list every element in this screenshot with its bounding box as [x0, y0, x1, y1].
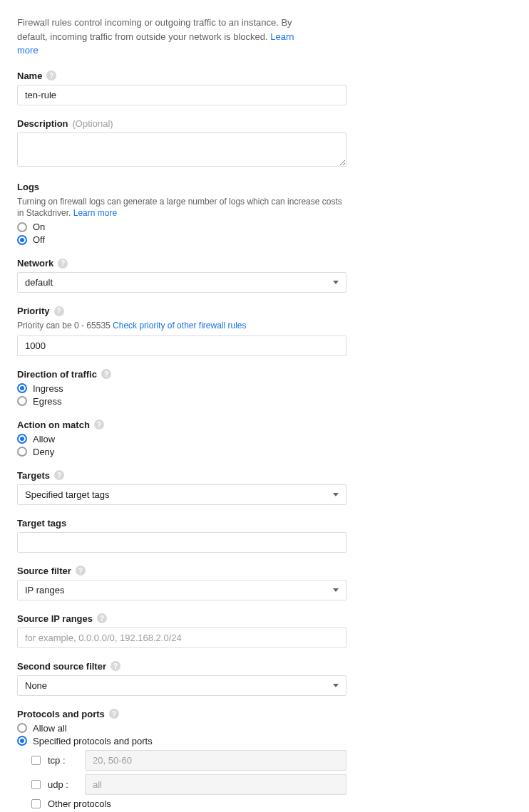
action-deny-radio[interactable] [17, 447, 27, 457]
help-icon[interactable]: ? [101, 369, 111, 379]
caret-down-icon [333, 281, 339, 284]
caret-down-icon [333, 684, 339, 687]
help-icon[interactable]: ? [94, 420, 104, 430]
udp-label: udp : [48, 779, 78, 790]
targets-value: Specified target tags [25, 489, 110, 500]
logs-help: Turning on firewall logs can generate a … [17, 196, 346, 220]
action-allow-label: Allow [33, 434, 55, 444]
second-source-value: None [25, 680, 47, 691]
targets-label: Targets [17, 470, 50, 481]
direction-ingress-radio[interactable] [17, 383, 27, 393]
help-icon[interactable]: ? [54, 470, 64, 480]
logs-on-label: On [33, 222, 45, 232]
protocols-spec-label: Specified protocols and ports [33, 736, 153, 746]
target-tags-input[interactable] [17, 532, 346, 553]
priority-help-prefix: Priority can be 0 - 65535 [17, 321, 111, 330]
name-label: Name [17, 71, 42, 81]
direction-egress-radio[interactable] [17, 396, 27, 406]
protocols-allowall-label: Allow all [33, 723, 67, 734]
action-allow-radio[interactable] [17, 434, 27, 444]
targets-select[interactable]: Specified target tags [17, 484, 346, 505]
second-source-label: Second source filter [17, 661, 106, 672]
source-filter-value: IP ranges [25, 585, 64, 595]
logs-off-radio[interactable] [17, 235, 27, 245]
protocols-allowall-radio[interactable] [17, 723, 27, 733]
tcp-label: tcp : [48, 755, 78, 766]
other-protocols-checkbox[interactable] [31, 799, 41, 808]
source-filter-label: Source filter [17, 566, 71, 576]
description-optional: (Optional) [73, 118, 113, 129]
intro-text: Firewall rules control incoming or outgo… [17, 16, 317, 58]
network-value: default [25, 277, 53, 288]
priority-input[interactable] [17, 335, 346, 356]
caret-down-icon [333, 493, 339, 496]
tcp-ports-input[interactable] [85, 750, 346, 771]
logs-help-text: Turning on firewall logs can generate a … [17, 197, 342, 219]
caret-down-icon [333, 588, 339, 592]
tcp-checkbox[interactable] [31, 756, 41, 765]
help-icon[interactable]: ? [46, 71, 56, 80]
protocols-spec-radio[interactable] [17, 736, 27, 746]
priority-help: Priority can be 0 - 65535 Check priority… [17, 320, 346, 332]
action-deny-label: Deny [33, 447, 54, 457]
description-textarea[interactable] [17, 132, 346, 167]
direction-label: Direction of traffic [17, 369, 97, 380]
help-icon[interactable]: ? [76, 566, 86, 576]
help-icon[interactable]: ? [109, 709, 119, 719]
network-label: Network [17, 258, 53, 269]
direction-egress-label: Egress [33, 396, 61, 407]
help-icon[interactable]: ? [97, 613, 107, 623]
logs-off-label: Off [33, 234, 45, 245]
protocols-label: Protocols and ports [17, 709, 105, 719]
source-filter-select[interactable]: IP ranges [17, 580, 346, 600]
source-ip-input[interactable] [17, 628, 346, 648]
other-protocols-label: Other protocols [48, 798, 111, 809]
direction-ingress-label: Ingress [33, 383, 63, 394]
help-icon[interactable]: ? [54, 306, 64, 316]
target-tags-label: Target tags [17, 518, 66, 529]
logs-learn-more-link[interactable]: Learn more [73, 208, 117, 218]
intro-text-body: Firewall rules control incoming or outgo… [17, 17, 292, 42]
logs-label: Logs [17, 182, 39, 192]
description-label: Description [17, 118, 68, 129]
action-label: Action on match [17, 420, 90, 430]
priority-check-link[interactable]: Check priority of other firewall rules [113, 321, 246, 330]
help-icon[interactable]: ? [111, 661, 120, 671]
source-ip-label: Source IP ranges [17, 613, 93, 624]
help-icon[interactable]: ? [58, 259, 68, 269]
second-source-select[interactable]: None [17, 675, 346, 696]
name-input[interactable] [17, 85, 346, 105]
udp-ports-input[interactable] [85, 774, 346, 795]
logs-on-radio[interactable] [17, 222, 27, 232]
priority-label: Priority [17, 306, 50, 316]
network-select[interactable]: default [17, 272, 346, 293]
udp-checkbox[interactable] [31, 780, 41, 789]
